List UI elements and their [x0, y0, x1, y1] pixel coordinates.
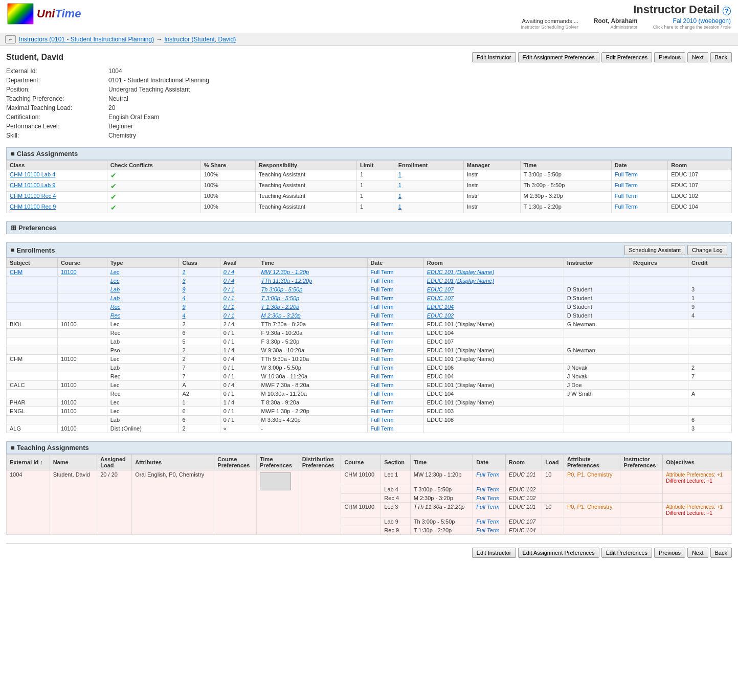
course-link[interactable]: 10100: [61, 269, 77, 275]
time-link[interactable]: MW 12:30p - 1:20p: [261, 269, 309, 275]
teaching-assignments-header[interactable]: ■ Teaching Assignments: [6, 441, 732, 454]
breadcrumb-instructor[interactable]: Instructor (Student, David): [164, 36, 236, 43]
col-class: Class: [7, 161, 107, 170]
col-credit: Credit: [688, 258, 731, 268]
enrollments-title: Enrollments: [16, 246, 55, 254]
enrollments-toggle-icon: ■: [11, 246, 14, 254]
previous-button-bottom[interactable]: Previous: [654, 548, 685, 558]
col-manager: Manager: [463, 161, 520, 170]
col-time: Time: [410, 455, 473, 470]
next-button-bottom[interactable]: Next: [687, 548, 708, 558]
class-assignments-icon: ■: [11, 150, 15, 157]
table-row: PHAR10100Lec11 / 4 T 8:30a - 9:20aFull T…: [7, 398, 732, 407]
next-button-top[interactable]: Next: [687, 52, 708, 62]
col-subject: Subject: [7, 258, 58, 268]
help-icon[interactable]: ?: [723, 7, 731, 15]
check-icon: ✔: [110, 204, 117, 212]
col-class: Class: [179, 258, 220, 268]
table-row: Lab60 / 1 M 3:30p - 4:20pFull Term EDUC …: [7, 416, 732, 424]
type-link[interactable]: Lec: [110, 269, 120, 275]
col-date: Date: [473, 455, 506, 470]
back-button-bottom[interactable]: Back: [710, 548, 732, 558]
table-row: Lec 3 0 / 4 TTh 11:30a - 12:20p Full Ter…: [7, 277, 732, 285]
table-row: ENGL10100Lec60 / 1 MWF 1:30p - 2:20pFull…: [7, 407, 732, 416]
back-button[interactable]: ←: [5, 35, 16, 43]
col-attributes: Attributes: [132, 455, 214, 470]
col-course-prefs: CoursePreferences: [214, 455, 257, 470]
subject-link[interactable]: CHM: [10, 269, 23, 275]
change-log-button[interactable]: Change Log: [687, 245, 727, 255]
table-row: CALC10100LecA0 / 4 MWF 7:30a - 8:20aFull…: [7, 381, 732, 390]
breadcrumb-arrow: →: [156, 36, 162, 43]
col-date: Date: [367, 258, 423, 268]
breadcrumb-instructors[interactable]: Instructors (0101 - Student Instructiona…: [19, 36, 154, 43]
check-icon: ✔: [110, 193, 117, 201]
edit-prefs-button-bottom[interactable]: Edit Preferences: [601, 548, 652, 558]
col-ext-id: External Id ↑: [7, 455, 50, 470]
table-row: Lab70 / 1 W 3:00p - 5:50pFull Term EDUC …: [7, 364, 732, 372]
col-section: Section: [381, 455, 410, 470]
col-time: Time: [520, 161, 611, 170]
back-button-top[interactable]: Back: [710, 52, 732, 62]
table-row: 1004 Student, David 20 / 20 Oral English…: [7, 470, 732, 485]
instructor-fields: External Id:1004 Department:0101 - Stude…: [6, 66, 732, 140]
preferences-header[interactable]: ⊞ Preferences: [6, 221, 732, 234]
scheduling-assistant-button[interactable]: Scheduling Assistant: [624, 245, 686, 255]
table-row: CHM 10100 Rec 4 ✔ 100%Teaching Assistant…: [7, 192, 732, 202]
table-row: Lab 4 0 / 1 T 3:00p - 5:50p Full Term ED…: [7, 294, 732, 303]
table-row: Lab 9 0 / 1 Th 3:00p - 5:50p Full Term E…: [7, 285, 732, 294]
col-instr-prefs: InstructorPreferences: [620, 455, 663, 470]
edit-assignment-prefs-button-bottom[interactable]: Edit Assignment Preferences: [518, 548, 599, 558]
table-row: Lab50 / 1 F 3:30p - 5:20pFull Term EDUC …: [7, 337, 732, 346]
class-link[interactable]: CHM 10100 Rec 9: [10, 204, 56, 210]
class-link[interactable]: CHM 10100 Rec 4: [10, 193, 56, 199]
table-row: Rec 4 0 / 1 M 2:30p - 3:20p Full Term ED…: [7, 311, 732, 320]
enrollment-link[interactable]: 1: [398, 171, 401, 177]
col-load: Load: [542, 455, 564, 470]
col-share: % Share: [200, 161, 255, 170]
edit-instructor-button-bottom[interactable]: Edit Instructor: [472, 548, 516, 558]
unitime-logo: UniTime: [7, 3, 81, 25]
status-area: Awaiting commands ... Instructor Schedul…: [521, 17, 578, 30]
table-row: RecA20 / 1 M 10:30a - 11:20aFull Term ED…: [7, 390, 732, 398]
col-dist-prefs: DistributionPreferences: [299, 455, 341, 470]
table-row: BIOL10100Lec22 / 4 TTh 7:30a - 8:20aFull…: [7, 320, 732, 329]
enrollment-link[interactable]: 1: [398, 204, 401, 210]
class-assignments-header[interactable]: ■ Class Assignments: [6, 147, 732, 160]
enrollment-link[interactable]: 1: [398, 182, 401, 188]
previous-button-top[interactable]: Previous: [654, 52, 685, 62]
class-link[interactable]: 1: [182, 269, 185, 275]
col-check-conflicts: Check Conflicts: [107, 161, 200, 170]
col-course: Course: [58, 258, 107, 268]
col-course-section: Course: [341, 455, 381, 470]
col-room: Room: [505, 455, 542, 470]
class-link[interactable]: CHM 10100 Lab 4: [10, 171, 55, 177]
table-row: CHM 10100 Lab 9 ✔ 100%Teaching Assistant…: [7, 181, 732, 192]
edit-assignment-prefs-button-top[interactable]: Edit Assignment Preferences: [518, 52, 599, 62]
col-objectives: Objectives: [663, 455, 732, 470]
table-row: Rec60 / 1 F 9:30a - 10:20aFull Term EDUC…: [7, 329, 732, 337]
avail-link[interactable]: 0 / 4: [223, 269, 234, 275]
page-title: Instructor Detail ?: [521, 3, 731, 16]
table-row: CHM10100Lec20 / 4 TTh 9:30a - 10:20aFull…: [7, 355, 732, 364]
col-time: Time: [258, 258, 367, 268]
edit-prefs-button-top[interactable]: Edit Preferences: [601, 52, 652, 62]
col-avail: Avail: [220, 258, 258, 268]
col-assigned-load: AssignedLoad: [97, 455, 132, 470]
col-attr-prefs: AttributePreferences: [564, 455, 620, 470]
room-link[interactable]: EDUC 101 (Display Name): [427, 269, 494, 275]
col-date: Date: [611, 161, 667, 170]
enrollment-link[interactable]: 1: [398, 193, 401, 199]
col-responsibility: Responsibility: [256, 161, 357, 170]
table-row: Rec 9 0 / 1 T 1:30p - 2:20p Full Term ED…: [7, 303, 732, 311]
table-row: CHM 10100 Rec 9 ✔ 100%Teaching Assistant…: [7, 202, 732, 213]
col-requires: Requires: [630, 258, 688, 268]
col-room: Room: [668, 161, 732, 170]
col-enrollment: Enrollment: [395, 161, 463, 170]
col-room: Room: [423, 258, 564, 268]
session-area[interactable]: Fal 2010 (woebegon) Click here to change…: [653, 17, 731, 30]
table-row: CHM 10100 Lab 4 ✔ 100%Teaching Assistant…: [7, 170, 732, 181]
class-link[interactable]: CHM 10100 Lab 9: [10, 182, 55, 188]
table-row: Pso21 / 4 W 9:30a - 10:20aFull Term EDUC…: [7, 346, 732, 355]
edit-instructor-button[interactable]: Edit Instructor: [472, 52, 516, 62]
